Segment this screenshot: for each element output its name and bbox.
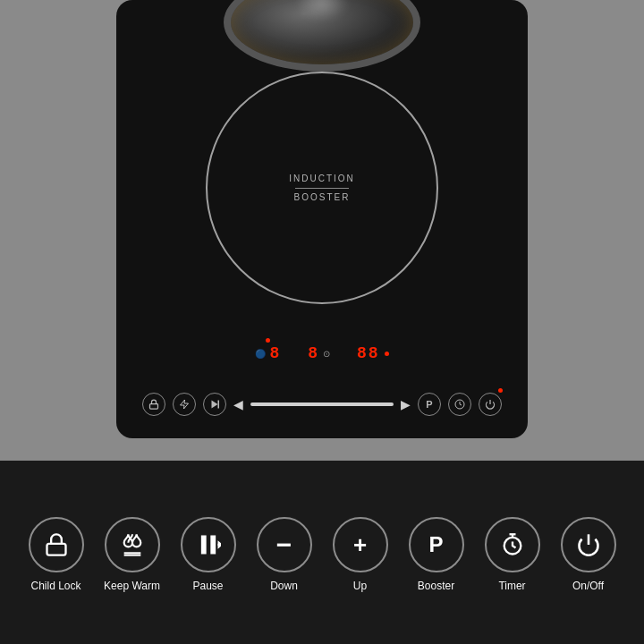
p-control-btn[interactable]: P bbox=[418, 393, 441, 416]
display-right-digits: 88 bbox=[357, 344, 380, 362]
svg-marker-9 bbox=[210, 536, 216, 555]
down-icon-circle[interactable]: − bbox=[257, 517, 312, 572]
pause-icon bbox=[196, 532, 221, 557]
up-icon-circle[interactable]: + bbox=[333, 517, 388, 572]
slider-track[interactable] bbox=[250, 402, 394, 406]
control-child-lock[interactable]: Child Lock bbox=[21, 517, 92, 592]
brand-label: INDUCTION bbox=[289, 172, 355, 186]
child-lock-label: Child Lock bbox=[30, 580, 80, 592]
svg-rect-5 bbox=[47, 544, 65, 555]
on-off-label: On/Off bbox=[572, 580, 604, 592]
keep-warm-label: Keep Warm bbox=[104, 580, 160, 592]
down-label: Down bbox=[270, 580, 298, 592]
svg-marker-8 bbox=[200, 536, 206, 555]
control-on-off[interactable]: On/Off bbox=[553, 517, 624, 592]
control-down[interactable]: − Down bbox=[249, 517, 320, 592]
lock-icon bbox=[44, 532, 69, 557]
booster-label: Booster bbox=[418, 580, 454, 592]
timer-control-btn[interactable] bbox=[448, 393, 471, 416]
left-indicator-dot bbox=[266, 338, 270, 343]
up-label: Up bbox=[353, 580, 367, 592]
display-area: 🔵 8 8 ⊙ 88 bbox=[116, 338, 528, 362]
playpause-control-btn[interactable] bbox=[203, 393, 226, 416]
power-control-btn[interactable] bbox=[479, 393, 502, 416]
heat-icon bbox=[120, 532, 145, 557]
slider-left-arrow[interactable]: ◀ bbox=[233, 397, 243, 411]
pause-label: Pause bbox=[192, 580, 223, 592]
timer-icon bbox=[500, 532, 525, 557]
on-off-icon-circle[interactable] bbox=[561, 517, 616, 572]
svg-marker-11 bbox=[217, 540, 221, 548]
model-label: BOOSTER bbox=[289, 191, 355, 205]
plus-icon: + bbox=[353, 533, 367, 556]
slider-right-arrow[interactable]: ▶ bbox=[401, 397, 411, 411]
bottom-controls-bar: Child Lock Keep Warm Pause bbox=[0, 461, 644, 644]
svg-rect-2 bbox=[218, 401, 220, 409]
control-pause[interactable]: Pause bbox=[173, 517, 244, 592]
timer-icon-circle[interactable] bbox=[485, 517, 540, 572]
minus-icon: − bbox=[276, 531, 292, 558]
boost-control-btn[interactable] bbox=[173, 393, 196, 416]
lock-control-btn[interactable] bbox=[142, 393, 165, 416]
induction-text: INDUCTION BOOSTER bbox=[289, 172, 355, 205]
right-indicator-dot bbox=[385, 352, 389, 356]
display-left: 🔵 8 bbox=[255, 338, 281, 362]
control-booster[interactable]: P Booster bbox=[401, 517, 472, 592]
display-right: 88 bbox=[357, 338, 389, 362]
display-left-digit: 8 bbox=[269, 344, 281, 362]
pan-image bbox=[224, 0, 420, 72]
svg-rect-0 bbox=[150, 404, 158, 410]
booster-icon-circle[interactable]: P bbox=[409, 517, 464, 572]
timer-label: Timer bbox=[498, 580, 525, 592]
control-up[interactable]: + Up bbox=[325, 517, 396, 592]
keep-warm-icon-circle[interactable] bbox=[105, 517, 160, 572]
cooktop-panel: INDUCTION BOOSTER 🔵 8 8 ⊙ 88 bbox=[116, 0, 528, 438]
induction-ring: INDUCTION BOOSTER bbox=[206, 72, 438, 304]
display-center-digit: 8 bbox=[308, 344, 319, 362]
p-icon: P bbox=[428, 532, 443, 557]
svg-marker-1 bbox=[212, 401, 218, 409]
child-lock-icon-circle[interactable] bbox=[29, 517, 84, 572]
power-icon bbox=[576, 532, 601, 557]
control-keep-warm[interactable]: Keep Warm bbox=[97, 517, 168, 592]
controls-row: ◀ ▶ P bbox=[116, 393, 528, 416]
pause-icon-circle[interactable] bbox=[181, 517, 236, 572]
control-timer[interactable]: Timer bbox=[477, 517, 548, 592]
display-center: 8 ⊙ bbox=[308, 338, 330, 362]
steam-effect bbox=[295, 0, 349, 21]
